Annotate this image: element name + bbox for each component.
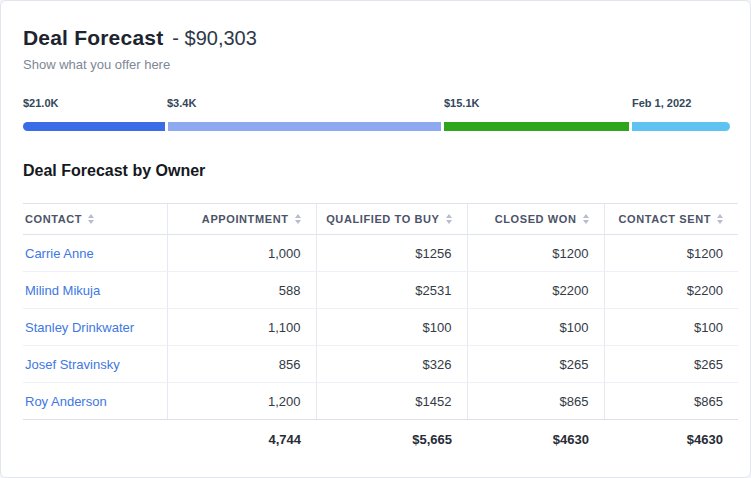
column-header-label: APPOINTMENT — [202, 213, 289, 225]
appointment-cell: 1,100 — [167, 309, 316, 346]
qualified-to-buy-cell: $1256 — [316, 235, 467, 272]
contact-cell: Roy Anderson — [23, 383, 167, 420]
page-subtitle: Show what you offer here — [23, 56, 736, 74]
contact-link[interactable]: Carrie Anne — [25, 246, 94, 261]
sort-icon[interactable] — [295, 214, 301, 224]
appointment-cell: 588 — [167, 272, 316, 309]
contact-cell: Milind Mikuja — [23, 272, 167, 309]
column-header-appointment[interactable]: APPOINTMENT — [167, 204, 316, 235]
table-title: Deal Forecast by Owner — [23, 160, 736, 181]
forecast-progress-bar: $21.0K $3.4K $15.1K Feb 1, 2022 — [23, 97, 730, 131]
contact-sent-cell: $2200 — [604, 272, 738, 309]
forecast-amount: - $90,303 — [172, 23, 257, 53]
table-row: Carrie Anne 1,000 $1256 $1200 $1200 — [23, 235, 738, 272]
column-header-label: CONTACT — [25, 213, 82, 225]
column-header-contact-sent[interactable]: CONTACT SENT — [604, 204, 738, 235]
contact-sent-cell: $1200 — [604, 235, 738, 272]
closed-won-cell: $100 — [467, 309, 604, 346]
sort-icon[interactable] — [446, 214, 452, 224]
closed-won-total: $4630 — [467, 420, 604, 459]
column-header-qualified-to-buy[interactable]: QUALIFIED TO BUY — [316, 204, 467, 235]
progress-segment[interactable] — [23, 122, 165, 131]
contact-sent-cell: $100 — [604, 309, 738, 346]
appointment-cell: 1,200 — [167, 383, 316, 420]
qualified-to-buy-cell: $1452 — [316, 383, 467, 420]
closed-won-cell: $1200 — [467, 235, 604, 272]
closed-won-cell: $865 — [467, 383, 604, 420]
appointment-cell: 1,000 — [167, 235, 316, 272]
contact-cell: Stanley Drinkwater — [23, 309, 167, 346]
progress-labels: $21.0K $3.4K $15.1K Feb 1, 2022 — [23, 97, 730, 112]
contact-sent-cell: $265 — [604, 346, 738, 383]
sort-icon[interactable] — [88, 214, 94, 224]
page-title: Deal Forecast — [23, 23, 163, 53]
column-header-label: CLOSED WON — [495, 213, 577, 225]
contact-link[interactable]: Roy Anderson — [25, 394, 107, 409]
table-row: Milind Mikuja 588 $2531 $2200 $2200 — [23, 272, 738, 309]
progress-segment[interactable] — [444, 122, 629, 131]
column-header-closed-won[interactable]: CLOSED WON — [467, 204, 604, 235]
column-header-label: QUALIFIED TO BUY — [326, 213, 439, 225]
contact-link[interactable]: Stanley Drinkwater — [25, 320, 134, 335]
table-row: Roy Anderson 1,200 $1452 $865 $865 — [23, 383, 738, 420]
contact-sent-cell: $865 — [604, 383, 738, 420]
appointment-total: 4,744 — [167, 420, 316, 459]
closed-won-cell: $2200 — [467, 272, 604, 309]
segment-label: Feb 1, 2022 — [632, 97, 691, 109]
segment-label: $3.4K — [167, 97, 196, 109]
table-header-row: CONTACT APPOINTMENT QUALIFIED TO BUY CLO… — [23, 204, 738, 235]
qualified-to-buy-cell: $326 — [316, 346, 467, 383]
progress-segment[interactable] — [632, 122, 730, 131]
contact-link[interactable]: Milind Mikuja — [25, 283, 100, 298]
column-header-label: CONTACT SENT — [618, 213, 711, 225]
table-totals-row: 4,744 $5,665 $4630 $4630 — [23, 420, 738, 459]
qualified-to-buy-cell: $2531 — [316, 272, 467, 309]
sort-icon[interactable] — [583, 214, 589, 224]
progress-track — [23, 122, 730, 131]
column-header-contact[interactable]: CONTACT — [23, 204, 167, 235]
deal-forecast-card: Deal Forecast - $90,303 Show what you of… — [0, 0, 751, 478]
segment-label: $15.1K — [444, 97, 479, 109]
qualified-to-buy-cell: $100 — [316, 309, 467, 346]
contact-link[interactable]: Josef Stravinsky — [25, 357, 120, 372]
table-row: Stanley Drinkwater 1,100 $100 $100 $100 — [23, 309, 738, 346]
qualified-to-buy-total: $5,665 — [316, 420, 467, 459]
segment-label: $21.0K — [23, 97, 58, 109]
sort-icon[interactable] — [717, 214, 723, 224]
card-header: Deal Forecast - $90,303 — [23, 23, 736, 53]
contact-cell: Josef Stravinsky — [23, 346, 167, 383]
contact-cell: Carrie Anne — [23, 235, 167, 272]
appointment-cell: 856 — [167, 346, 316, 383]
progress-segment[interactable] — [168, 122, 441, 131]
deal-forecast-table: CONTACT APPOINTMENT QUALIFIED TO BUY CLO… — [23, 203, 738, 458]
table-row: Josef Stravinsky 856 $326 $265 $265 — [23, 346, 738, 383]
contact-sent-total: $4630 — [604, 420, 738, 459]
closed-won-cell: $265 — [467, 346, 604, 383]
totals-empty-cell — [23, 420, 167, 459]
